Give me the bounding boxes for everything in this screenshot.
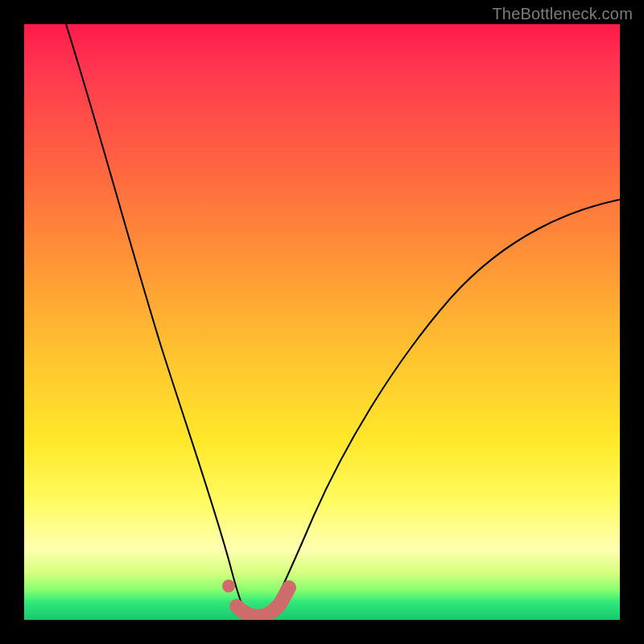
accent-bottom-segment [237,588,289,617]
bottleneck-curve [24,24,620,620]
curve-left-branch [66,24,248,617]
accent-dot [222,580,235,592]
curve-right-branch [267,200,620,617]
plot-area [24,24,620,620]
watermark-text: TheBottleneck.com [492,5,633,23]
